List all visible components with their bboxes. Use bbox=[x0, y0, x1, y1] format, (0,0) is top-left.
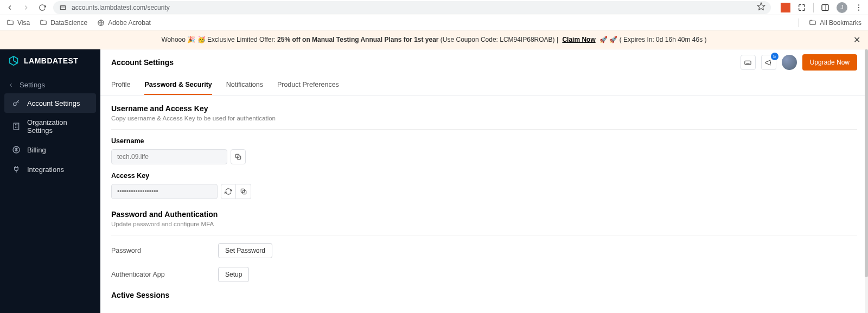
folder-icon bbox=[7, 19, 14, 27]
content-area: Username and Access Key Copy username & … bbox=[100, 95, 868, 313]
page-title: Account Settings bbox=[111, 58, 174, 67]
regenerate-accesskey-button[interactable] bbox=[221, 184, 236, 199]
url-text: accounts.lambdatest.com/security bbox=[72, 4, 752, 11]
section-subtitle-uak: Copy username & Access Key to be used fo… bbox=[111, 115, 857, 122]
extension-icon[interactable] bbox=[781, 3, 790, 12]
browser-toolbar: accounts.lambdatest.com/security J bbox=[0, 0, 868, 15]
authenticator-row-label: Authenticator App bbox=[111, 271, 218, 278]
accesskey-input[interactable] bbox=[111, 184, 218, 199]
lambdatest-logo-icon bbox=[8, 55, 20, 67]
set-password-button[interactable]: Set Password bbox=[218, 243, 272, 258]
svg-rect-2 bbox=[822, 4, 828, 10]
announcement-icon[interactable]: 5 bbox=[761, 55, 776, 70]
svg-marker-1 bbox=[757, 3, 764, 10]
notification-badge: 5 bbox=[771, 53, 778, 60]
password-row-label: Password bbox=[111, 247, 218, 254]
scrollbar-track[interactable] bbox=[865, 49, 868, 313]
tab-bar: Profile Password & Security Notification… bbox=[100, 75, 868, 95]
bookmark-adobe[interactable]: Adobe Acrobat bbox=[97, 19, 151, 27]
kebab-menu-icon[interactable] bbox=[854, 3, 864, 12]
user-avatar[interactable] bbox=[782, 55, 797, 70]
main-panel: Account Settings 5 Upgrade Now Profile P… bbox=[100, 49, 868, 313]
tab-profile[interactable]: Profile bbox=[111, 75, 130, 95]
sidebar-item-organization-settings[interactable]: Organization Settings bbox=[0, 113, 100, 140]
claim-now-link[interactable]: Claim Now bbox=[562, 36, 595, 43]
promo-text: Wohooo 🎉 🥳 Exclusive Limited Offer: 25% … bbox=[161, 36, 706, 43]
setup-authenticator-button[interactable]: Setup bbox=[218, 267, 249, 282]
sidebar-back-settings[interactable]: Settings bbox=[0, 76, 100, 93]
svg-point-4 bbox=[858, 7, 859, 8]
sidebar-item-integrations[interactable]: Integrations bbox=[0, 159, 100, 179]
forward-button[interactable] bbox=[21, 2, 31, 13]
svg-point-5 bbox=[858, 9, 859, 10]
keyboard-icon[interactable] bbox=[741, 55, 756, 70]
scrollbar-thumb[interactable] bbox=[865, 49, 868, 277]
star-icon[interactable] bbox=[757, 2, 765, 12]
svg-rect-0 bbox=[60, 5, 65, 9]
username-input[interactable] bbox=[111, 149, 227, 164]
brand-text: LAMBDATEST bbox=[24, 56, 78, 65]
topbar: Account Settings 5 Upgrade Now bbox=[100, 49, 868, 75]
sidebar: LAMBDATEST Settings Account Settings Org… bbox=[0, 49, 100, 313]
sidebar-item-account-settings[interactable]: Account Settings bbox=[4, 93, 96, 113]
refresh-icon bbox=[225, 188, 232, 195]
divider bbox=[813, 3, 814, 12]
copy-accesskey-button[interactable] bbox=[236, 184, 251, 199]
svg-rect-8 bbox=[14, 123, 18, 130]
bookmark-datascience[interactable]: DataScience bbox=[40, 19, 87, 27]
dollar-icon bbox=[12, 145, 21, 154]
copy-icon bbox=[234, 153, 242, 161]
username-label: Username bbox=[111, 137, 857, 145]
svg-rect-10 bbox=[745, 61, 751, 64]
browser-profile-avatar[interactable]: J bbox=[837, 2, 847, 13]
bookmarks-bar: Visa DataScience Adobe Acrobat All Bookm… bbox=[0, 15, 868, 30]
divider bbox=[111, 235, 857, 235]
chevron-left-icon bbox=[8, 82, 14, 88]
divider bbox=[111, 129, 857, 130]
promo-banner: Wohooo 🎉 🥳 Exclusive Limited Offer: 25% … bbox=[0, 30, 868, 49]
chrome-right-controls: J bbox=[781, 2, 864, 13]
section-title-uak: Username and Access Key bbox=[111, 104, 857, 113]
brand-logo[interactable]: LAMBDATEST bbox=[0, 55, 100, 76]
extensions-puzzle-icon[interactable] bbox=[797, 3, 807, 12]
section-title-sessions: Active Sessions bbox=[111, 291, 857, 299]
reload-button[interactable] bbox=[37, 2, 48, 13]
folder-icon bbox=[40, 19, 47, 27]
tab-password-security[interactable]: Password & Security bbox=[144, 75, 212, 95]
building-icon bbox=[12, 122, 21, 131]
plug-icon bbox=[12, 165, 21, 174]
divider bbox=[799, 18, 799, 27]
tab-product-preferences[interactable]: Product Preferences bbox=[277, 75, 339, 95]
sidebar-item-billing[interactable]: Billing bbox=[0, 140, 100, 159]
panel-icon[interactable] bbox=[820, 3, 830, 12]
upgrade-button[interactable]: Upgrade Now bbox=[802, 54, 857, 71]
section-subtitle-auth: Update password and configure MFA bbox=[111, 221, 857, 227]
tab-notifications[interactable]: Notifications bbox=[226, 75, 263, 95]
copy-icon bbox=[240, 188, 247, 195]
section-title-auth: Password and Authentication bbox=[111, 210, 857, 219]
all-bookmarks[interactable]: All Bookmarks bbox=[809, 19, 861, 27]
folder-icon bbox=[809, 19, 816, 27]
address-bar[interactable]: accounts.lambdatest.com/security bbox=[53, 1, 771, 14]
key-icon bbox=[12, 99, 21, 107]
bookmark-visa[interactable]: Visa bbox=[7, 19, 30, 27]
globe-icon bbox=[97, 19, 105, 27]
copy-username-button[interactable] bbox=[231, 149, 246, 164]
accesskey-label: Access Key bbox=[111, 172, 857, 180]
site-info-icon[interactable] bbox=[59, 3, 67, 12]
back-button[interactable] bbox=[4, 2, 15, 13]
svg-point-3 bbox=[858, 4, 859, 5]
close-icon[interactable]: ✕ bbox=[853, 35, 860, 45]
